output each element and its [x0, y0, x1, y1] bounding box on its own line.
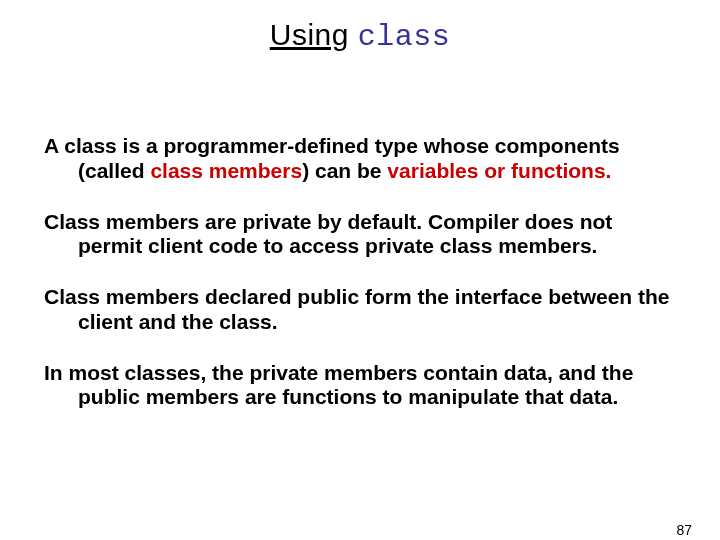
slide: Using class A class is a programmer-defi…: [0, 18, 720, 540]
paragraph-2: Class members are private by default. Co…: [44, 210, 676, 260]
paragraph-3: Class members declared public form the i…: [44, 285, 676, 335]
p1-text-2: ) can be: [302, 159, 387, 182]
slide-title: Using class: [0, 18, 720, 54]
p1-red-2: variables or functions.: [387, 159, 611, 182]
title-word-using: Using: [270, 18, 349, 51]
paragraph-1: A class is a programmer-defined type who…: [44, 134, 676, 184]
slide-body: A class is a programmer-defined type who…: [44, 134, 676, 410]
page-number: 87: [676, 522, 692, 538]
title-word-class: class: [358, 20, 451, 54]
paragraph-4: In most classes, the private members con…: [44, 361, 676, 411]
p1-red-1: class members: [150, 159, 302, 182]
